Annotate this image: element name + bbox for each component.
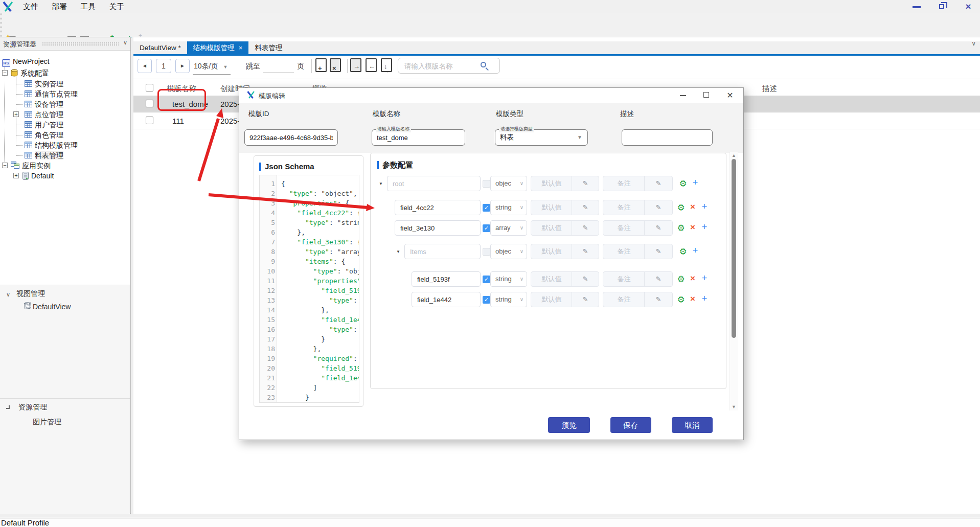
tree-expander-collapse-icon[interactable]: − [2,163,8,168]
add-row-icon[interactable]: + [690,245,700,256]
column-header-0[interactable]: 模版名称 [167,84,196,94]
edit-pencil-icon[interactable]: ✎ [644,221,672,235]
edit-pencil-icon[interactable]: ✎ [572,200,599,215]
delete-row-icon[interactable]: × [688,222,698,233]
section-label[interactable]: 资源管理 [18,403,47,412]
param-name-input[interactable] [395,220,481,236]
corner-icon[interactable] [6,405,10,409]
note-input[interactable]: 备注 [603,244,645,259]
tree-item-实例管理[interactable]: 实例管理 [25,79,63,89]
tab-overflow-icon[interactable]: ∨ [971,40,976,47]
settings-gear-icon[interactable]: ⚙ [676,294,686,305]
tree-expander-expand-icon[interactable]: + [13,173,19,178]
settings-gear-icon[interactable]: ⚙ [678,246,688,257]
row-checkbox[interactable] [146,117,153,124]
dialog-minimize-button[interactable] [672,88,694,103]
row-caret-icon[interactable]: ▼ [379,181,383,186]
cancel-button[interactable]: 取消 [672,417,713,433]
menu-2[interactable]: 工具 [74,0,102,14]
param-required-checkbox[interactable]: ✓ [483,296,490,304]
settings-gear-icon[interactable]: ⚙ [678,178,688,189]
param-required-checkbox[interactable] [483,248,490,256]
add-row-icon[interactable]: + [699,201,710,212]
dialog-maximize-button[interactable] [695,88,718,103]
edit-pencil-icon[interactable]: ✎ [572,244,599,259]
page-size-select[interactable]: 10条/页▼ [193,62,231,75]
search-icon[interactable] [481,62,486,67]
tree-expander-collapse-icon[interactable]: − [2,70,8,76]
param-required-checkbox[interactable]: ✓ [483,224,490,232]
note-input[interactable]: 备注 [603,200,645,215]
delete-row-icon[interactable]: × [688,202,698,212]
param-type-select[interactable]: objec∨ [490,176,527,191]
tree-item-系统配置[interactable]: 系统配置 [11,68,49,78]
save-button[interactable]: 保存 [610,417,651,433]
tree-item-设备管理[interactable]: 设备管理 [25,100,63,109]
param-type-select[interactable]: string∨ [490,271,527,287]
prev-page-button[interactable]: ◄ [138,59,152,73]
param-type-select[interactable]: string∨ [490,200,527,215]
default-value-input[interactable]: 默认值 [531,244,572,259]
param-required-checkbox[interactable]: ✓ [483,204,490,212]
sidebar-item-defaultview[interactable]: DefaultView [33,303,71,311]
default-value-input[interactable]: 默认值 [531,221,572,235]
tab-1[interactable]: 结构模版管理× [187,41,249,54]
close-button[interactable]: × [956,0,980,13]
param-required-checkbox[interactable] [483,180,490,188]
settings-gear-icon[interactable]: ⚙ [676,274,686,285]
edit-pencil-icon[interactable]: ✎ [572,272,599,286]
restore-button[interactable] [931,0,954,13]
param-required-checkbox[interactable]: ✓ [483,276,490,283]
json-schema-editor[interactable]: 1{2 "type": "object",3 "properties": {4 … [259,175,359,403]
column-header-3[interactable]: 描述 [762,84,777,94]
dialog-close-button[interactable]: ✕ [719,88,741,103]
tree-expander-expand-icon[interactable]: + [13,111,19,117]
edit-pencil-icon[interactable]: ✎ [644,244,672,259]
preview-button[interactable]: 预览 [548,417,590,433]
scrollbar-thumb[interactable] [732,159,736,338]
row-checkbox[interactable] [146,100,153,107]
edit-pencil-icon[interactable]: ✎ [644,176,672,191]
note-input[interactable]: 备注 [603,292,645,307]
tree-item-角色管理[interactable]: 角色管理 [25,130,63,140]
tree-item-用户管理[interactable]: 用户管理 [25,120,63,130]
add-row-icon[interactable]: + [699,222,710,233]
tree-item-应用实例[interactable]: 应用实例 [11,161,51,171]
description-input[interactable] [622,129,713,146]
menu-3[interactable]: 关于 [102,0,131,14]
param-type-select[interactable]: array∨ [490,220,527,236]
tab-0[interactable]: DefaultView * [133,41,187,54]
next-page-button[interactable]: ► [175,59,190,73]
add-row-icon[interactable]: + [699,293,710,304]
edit-pencil-icon[interactable]: ✎ [644,292,672,307]
default-value-input[interactable]: 默认值 [531,272,572,286]
param-type-select[interactable]: objec∨ [490,244,527,259]
edit-pencil-icon[interactable]: ✎ [644,272,672,286]
delete-row-icon[interactable]: × [688,273,698,284]
tree-item-Default[interactable]: Default [22,171,54,181]
add-page-icon[interactable]: + [315,58,327,72]
default-value-input[interactable]: 默认值 [531,176,572,191]
explorer-collapse-icon[interactable]: ∨ [123,39,127,46]
tree-item-料表管理[interactable]: 料表管理 [25,151,63,161]
row-caret-icon[interactable]: ▼ [396,249,400,254]
add-row-icon[interactable]: + [699,273,710,284]
dialog-scrollbar[interactable]: ▲ ▼ [730,152,738,410]
import-page-icon[interactable]: ← [366,58,377,72]
section-label[interactable]: 视图管理 [16,289,45,299]
default-value-input[interactable]: 默认值 [531,200,572,215]
edit-pencil-icon[interactable]: ✎ [572,221,599,235]
param-type-select[interactable]: string∨ [490,292,527,307]
download-page-icon[interactable]: ↓ [381,58,392,72]
default-value-input[interactable]: 默认值 [531,292,572,307]
tab-2[interactable]: 料表管理 [248,41,288,54]
edit-pencil-icon[interactable]: ✎ [572,292,599,307]
tree-item-点位管理[interactable]: 点位管理 [25,110,63,120]
settings-gear-icon[interactable]: ⚙ [676,202,686,213]
export-page-icon[interactable]: → [350,58,361,72]
template-id-input[interactable] [244,129,338,146]
menu-1[interactable]: 部署 [45,0,74,14]
param-name-input[interactable] [395,200,481,215]
edit-pencil-icon[interactable]: ✎ [572,176,599,191]
add-row-icon[interactable]: + [690,177,700,188]
